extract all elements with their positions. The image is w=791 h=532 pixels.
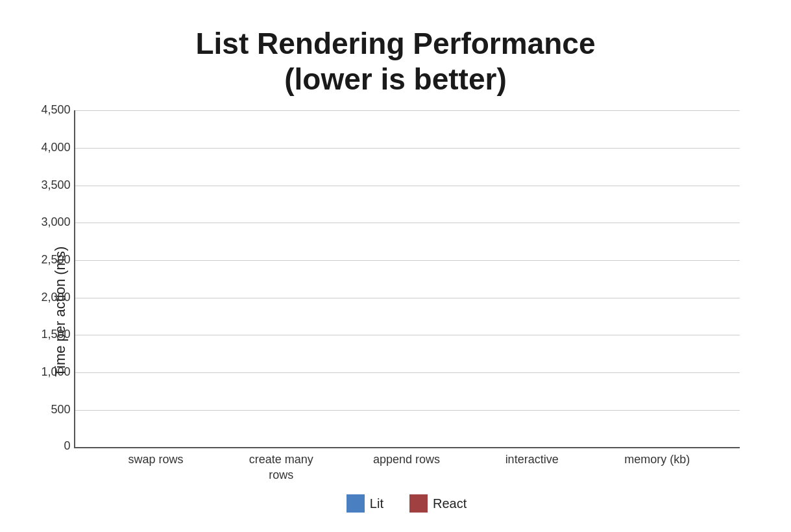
y-axis-tick-label: 3,500	[33, 178, 71, 192]
y-axis-tick-label: 4,000	[33, 141, 71, 154]
legend-color-box	[409, 494, 428, 513]
x-axis-label: interactive	[493, 452, 571, 483]
y-axis-tick-label: 3,000	[33, 215, 71, 229]
x-labels: swap rowscreate manyrowsappend rowsinter…	[74, 452, 740, 483]
y-axis-tick-label: 1,500	[33, 328, 71, 341]
grid-and-bars: 4,5004,0003,5003,0002,5002,0001,5001,000…	[74, 110, 740, 448]
legend-item: Lit	[347, 494, 383, 513]
x-axis-label: create manyrows	[242, 452, 320, 483]
chart-inner: 4,5004,0003,5003,0002,5002,0001,5001,000…	[74, 110, 740, 513]
legend: LitReact	[74, 494, 740, 513]
x-axis-label: append rows	[367, 452, 445, 483]
y-axis-tick-label: 4,500	[33, 103, 71, 117]
y-axis-tick-label: 1,000	[33, 365, 71, 379]
chart-title: List Rendering Performance (lower is bet…	[195, 26, 595, 97]
legend-color-box	[347, 494, 365, 513]
x-axis-label: swap rows	[117, 452, 195, 483]
chart-container: List Rendering Performance (lower is bet…	[39, 13, 753, 519]
y-axis-tick-label: 500	[33, 403, 71, 417]
legend-label: Lit	[370, 496, 383, 511]
y-axis-tick-label: 2,000	[33, 291, 71, 304]
bars-row	[75, 110, 740, 447]
y-axis-tick-label: 0	[33, 439, 71, 453]
x-axis-label: memory (kb)	[618, 452, 696, 483]
legend-label: React	[433, 496, 467, 511]
legend-item: React	[409, 494, 467, 513]
chart-area: Time per action (ms) 4,5004,0003,5003,00…	[52, 110, 740, 513]
y-axis-tick-label: 2,500	[33, 253, 71, 267]
